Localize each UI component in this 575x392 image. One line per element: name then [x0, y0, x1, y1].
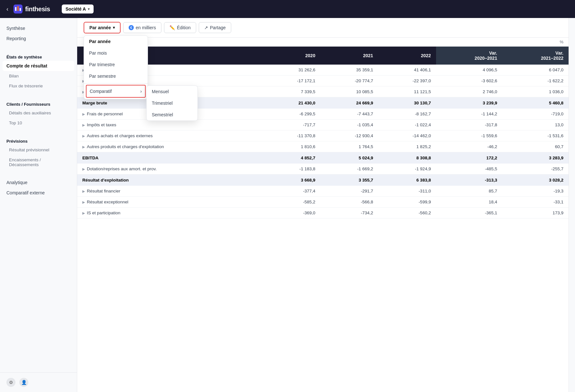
cell-v4: 4 096,5 [436, 65, 502, 76]
submenu-mensuel[interactable]: Mensuel [147, 86, 197, 97]
sidebar-bottom: ⚙ 👤 [0, 372, 77, 392]
row-label: ▶Autres achats et charges externes [77, 130, 263, 141]
company-selector[interactable]: Société A ▾ [62, 4, 94, 13]
cell-v2: 1 764,5 [320, 141, 378, 152]
sidebar-section-etats: États de synthèse [0, 51, 77, 61]
toolbar: Par année ▾ € en milliers ✏️ Édition ↗ P… [77, 18, 569, 38]
sidebar-item-flux[interactable]: Flux de trésorerie [0, 81, 77, 91]
cell-v3: -1 924,9 [378, 164, 436, 174]
cell-v4: -313,3 [436, 174, 502, 186]
cell-v4: 3 239,9 [436, 97, 502, 109]
par-annee-chevron: ▾ [113, 25, 115, 30]
cell-v1: 1 810,6 [263, 141, 321, 152]
cell-v4: -1 559,6 [436, 130, 502, 141]
comparatif-label: Comparatif [90, 89, 112, 94]
en-milliers-icon: € [129, 25, 134, 30]
cell-v1: -377,4 [263, 186, 321, 197]
dropdown-par-trimestre[interactable]: Par trimestre [84, 59, 148, 70]
logo-icon [14, 4, 23, 13]
cell-v4: -485,5 [436, 164, 502, 174]
submenu-trimestriel[interactable]: Trimestriel [147, 97, 197, 109]
row-label: Résultat d'exploitation [77, 174, 263, 186]
row-label: EBITDA [77, 152, 263, 164]
par-annee-label: Par année [89, 25, 111, 30]
col-2022: 2022 [378, 47, 436, 65]
back-button[interactable]: ‹ [6, 6, 8, 13]
cell-v2: -7 443,7 [320, 109, 378, 120]
sidebar-item-reporting[interactable]: Reporting [0, 33, 77, 44]
company-name: Société A [66, 6, 86, 12]
cell-v4: 18,4 [436, 197, 502, 208]
table-row: ▶Chiffre d'affaires 31 262,6 35 359,1 41… [77, 65, 569, 76]
row-label: ▶IS et participation [77, 208, 263, 218]
cell-v5: 3 283,9 [502, 152, 569, 164]
row-label: ▶Résultat exceptionnel [77, 197, 263, 208]
cell-v5: 60,7 [502, 141, 569, 152]
par-annee-button[interactable]: Par année ▾ [84, 22, 121, 33]
sidebar-item-resultat-prev[interactable]: Résultat prévisionnel [0, 145, 77, 155]
dropdown-par-semestre[interactable]: Par semestre [84, 70, 148, 82]
table-row: ▶Résultat financier -377,4 -291,7 -311,0… [77, 186, 569, 197]
cell-v2: -734,2 [320, 208, 378, 218]
cell-v2: -12 930,4 [320, 130, 378, 141]
cell-v3: 11 121,5 [378, 86, 436, 97]
dropdown-comparatif[interactable]: Comparatif › Mensuel Trimestriel Semestr… [86, 85, 146, 98]
cell-v3: -599,9 [378, 197, 436, 208]
col-var-2021-2022: Var.2021–2022 [502, 47, 569, 65]
row-label: ▶Autres produits et charges d'exploitati… [77, 141, 263, 152]
cell-v2: 3 355,7 [320, 174, 378, 186]
table-row-ebitda: EBITDA 4 852,7 5 024,9 8 308,8 172,2 3 2… [77, 152, 569, 164]
sidebar-item-bilan[interactable]: Bilan [0, 71, 77, 81]
cell-v3: -311,0 [378, 186, 436, 197]
cell-v5: 13,0 [502, 120, 569, 130]
sidebar-item-compte-resultat[interactable]: Compte de résultat [3, 61, 74, 71]
settings-icon[interactable]: ⚙ [6, 378, 15, 387]
edition-label: Édition [177, 25, 191, 30]
sidebar: Synthèse Reporting États de synthèse Com… [0, 18, 77, 392]
svg-rect-2 [17, 6, 19, 11]
en-milliers-button[interactable]: € en milliers [123, 22, 161, 33]
sidebar-item-analytique[interactable]: Analytique [0, 177, 77, 188]
table-row: ▶Achats de ma… -17 172,1 -20 774,7 -22 3… [77, 76, 569, 86]
table-row: ▶Résultat exceptionnel -585,2 -566,8 -59… [77, 197, 569, 208]
cell-v2: -1 035,4 [320, 120, 378, 130]
sidebar-item-encaissements[interactable]: Encaissements / Décaissements [0, 155, 77, 170]
table-header: 2020 2021 2022 Var.2020–2021 Var.2021–20… [77, 47, 569, 65]
sidebar-item-details-aux[interactable]: Détails des auxiliaires [0, 108, 77, 118]
dropdown-par-annee[interactable]: Par année [84, 36, 148, 47]
table-row: ▶Autres produits et charges d'exploitati… [77, 141, 569, 152]
cell-v5: 5 460,8 [502, 97, 569, 109]
row-label: ▶Résultat financier [77, 186, 263, 197]
cell-v3: -1 022,4 [378, 120, 436, 130]
cell-v4: -46,2 [436, 141, 502, 152]
cell-v1: 31 262,6 [263, 65, 321, 76]
dropdown-par-mois[interactable]: Par mois [84, 47, 148, 59]
sidebar-item-comparatif-ext[interactable]: Comparatif externe [0, 188, 77, 198]
cell-v5: -19,3 [502, 186, 569, 197]
dropdown-container: Par année Par mois Par trimestre Par sem… [84, 35, 148, 99]
partage-button[interactable]: ↗ Partage [199, 22, 231, 33]
submenu-semestriel[interactable]: Semestriel [147, 109, 197, 120]
table-row: ▶Impôts et taxes -717,7 -1 035,4 -1 022,… [77, 120, 569, 130]
cell-v5: -719,0 [502, 109, 569, 120]
row-label: ▶Dotation/reprises aux amort. et prov. [77, 164, 263, 174]
cell-v3: 8 308,8 [378, 152, 436, 164]
sidebar-item-synthese[interactable]: Synthèse [0, 23, 77, 33]
cell-v5: 1 036,0 [502, 86, 569, 97]
cell-v2: 5 024,9 [320, 152, 378, 164]
cell-v1: 4 852,7 [263, 152, 321, 164]
comparatif-arrow: › [140, 89, 142, 94]
cell-v1: -17 172,1 [263, 76, 321, 86]
sidebar-item-top10[interactable]: Top 10 [0, 118, 77, 128]
content: Par année ▾ € en milliers ✏️ Édition ↗ P… [77, 18, 569, 392]
user-icon[interactable]: 👤 [19, 378, 28, 387]
cell-v3: -22 397,0 [378, 76, 436, 86]
dropdown-menu: Par année Par mois Par trimestre Par sem… [84, 35, 148, 99]
cell-v1: -1 183,8 [263, 164, 321, 174]
table-row: ▶Autres achats et charges externes -11 3… [77, 130, 569, 141]
edition-icon: ✏️ [169, 25, 175, 30]
cell-v3: 1 825,2 [378, 141, 436, 152]
sidebar-section-previsions: Prévisions [0, 136, 77, 145]
sidebar-section-clients: Clients / Fournisseurs [0, 99, 77, 108]
edition-button[interactable]: ✏️ Édition [164, 22, 196, 33]
